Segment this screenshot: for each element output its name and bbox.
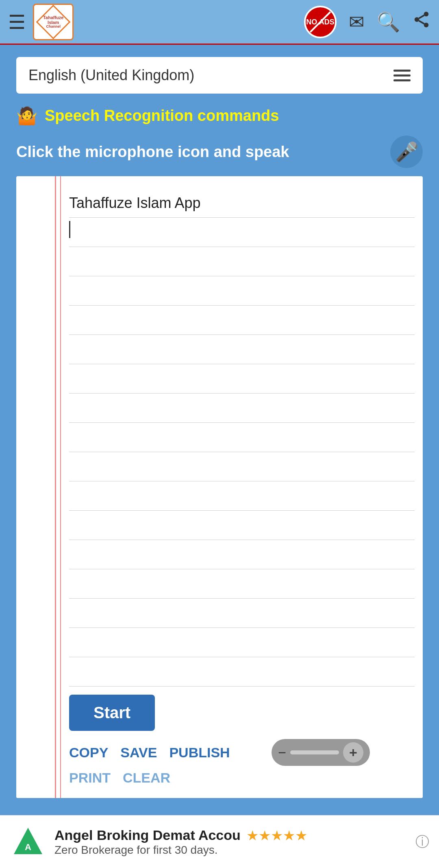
no-ads-badge: NO ADS [304,6,337,38]
speech-title: Speech Recognition commands [45,107,279,125]
svg-line-3 [419,21,424,24]
microphone-button[interactable]: 🎤 [390,136,423,168]
top-bar: ☰ Tahaffuze Islam Channel NO ADS ✉ 🔍 [0,0,439,45]
ad-text-block: Angel Broking Demat Accou ★★★★★ Zero Bro… [54,827,407,857]
mail-icon[interactable]: ✉ [349,11,365,33]
notepad-line-12 [69,511,415,540]
notepad-line-3 [69,247,415,276]
top-bar-left: ☰ Tahaffuze Islam Channel [8,4,74,40]
notepad-content[interactable]: Tahaffuze Islam App [69,180,415,687]
zoom-slider[interactable] [290,750,339,754]
start-button[interactable]: Start [69,695,155,731]
mic-instruction-text: Click the microphone icon and speak [16,143,289,161]
notepad-line-cursor [69,218,415,247]
info-icon[interactable]: ⓘ [415,833,429,851]
publish-button[interactable]: PUBLISH [169,745,230,761]
notepad-line-17 [69,657,415,687]
ad-subtitle: Zero Brokerage for first 30 days. [54,844,407,857]
notepad-line-13 [69,540,415,569]
mic-instruction-row: Click the microphone icon and speak 🎤 [16,136,423,168]
notepad: Tahaffuze Islam App Start [16,176,423,798]
notepad-line-5 [69,306,415,335]
search-icon[interactable]: 🔍 [377,11,400,33]
notepad-line-10 [69,452,415,481]
main-content: English (United Kingdom) 🤷 Speech Recogn… [0,45,439,810]
language-selector[interactable]: English (United Kingdom) [16,57,423,94]
hamburger-icon[interactable]: ☰ [8,11,26,33]
zoom-out-button[interactable]: − [278,745,286,761]
text-action-row: COPY SAVE PUBLISH − + [69,739,370,766]
svg-line-4 [419,15,424,18]
speech-title-row: 🤷 Speech Recognition commands [16,106,423,126]
red-line-1 [55,176,56,798]
logo-text: Tahaffuze Islam Channel [43,15,64,28]
ad-banner: A Angel Broking Demat Accou ★★★★★ Zero B… [0,815,439,868]
zoom-in-button[interactable]: + [343,742,363,763]
text-cursor [69,221,70,238]
language-label: English (United Kingdom) [28,67,393,84]
red-line-2 [60,176,61,798]
notepad-line-4 [69,276,415,306]
ad-stars: ★★★★★ [246,827,307,844]
ad-logo: A [10,824,46,860]
share-icon[interactable] [412,10,431,33]
print-button[interactable]: PRINT [69,770,111,786]
notepad-line-1: Tahaffuze Islam App [69,188,415,218]
copy-button[interactable]: COPY [69,745,108,761]
notepad-line-9 [69,423,415,452]
svg-point-0 [424,12,429,16]
notepad-line-8 [69,394,415,423]
top-bar-right: NO ADS ✉ 🔍 [304,6,431,38]
svg-point-2 [424,23,429,28]
menu-icon[interactable] [393,70,411,81]
notepad-line-7 [69,364,415,394]
notepad-text-line1: Tahaffuze Islam App [69,195,201,212]
save-button[interactable]: SAVE [120,745,157,761]
svg-point-1 [415,17,419,22]
notepad-line-16 [69,628,415,657]
clear-button[interactable]: CLEAR [123,770,170,786]
svg-text:A: A [25,842,31,852]
zoom-control: − + [272,739,370,766]
notepad-line-14 [69,569,415,599]
action-area: Start COPY SAVE PUBLISH − + PRINT CLEAR [16,687,423,798]
speech-section: 🤷 Speech Recognition commands Click the … [16,106,423,168]
notepad-line-11 [69,481,415,511]
text-action-row2: PRINT CLEAR [69,770,370,790]
ad-title: Angel Broking Demat Accou [54,827,241,843]
mic-icon: 🎤 [395,141,418,163]
speech-emoji: 🤷 [16,106,37,126]
app-logo[interactable]: Tahaffuze Islam Channel [33,4,74,40]
notepad-line-15 [69,599,415,628]
logo-diamond: Tahaffuze Islam Channel [36,4,71,39]
notepad-line-6 [69,335,415,364]
